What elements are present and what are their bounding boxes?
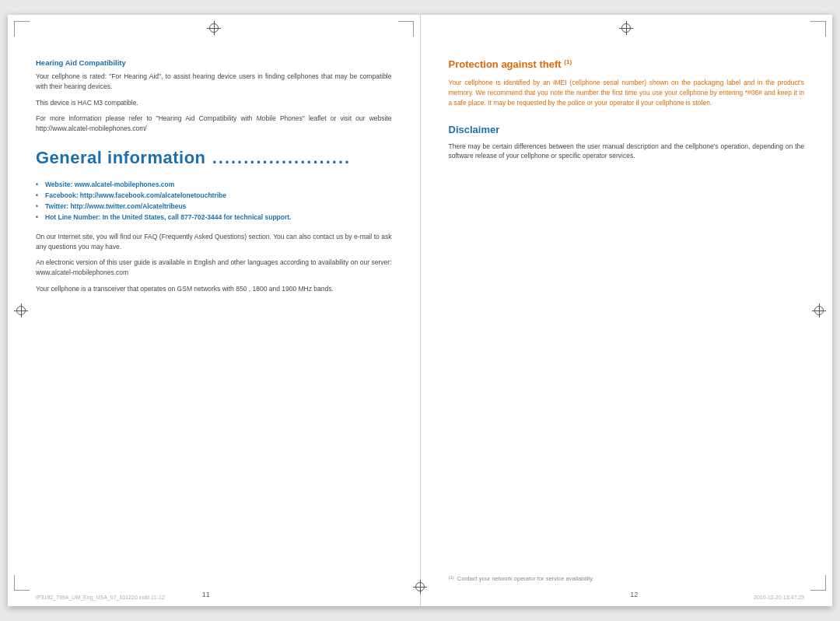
general-info-para3: Your cellphone is a transceiver that ope… (36, 284, 392, 294)
right-page: Protection against theft (1) Your cellph… (421, 15, 833, 606)
bullet-item-3: Twitter: http://www.twitter.com/Alcatelt… (36, 202, 392, 210)
right-page-number: 12 (630, 591, 638, 598)
general-info-para2: An electronic version of this user guide… (36, 258, 392, 278)
protection-title: Protection against theft (1) (449, 58, 805, 70)
left-page-number: 11 (202, 591, 210, 598)
disclaimer-title: Disclaimer (449, 124, 805, 135)
hearing-aid-para3: For more information please refer to "He… (36, 114, 392, 134)
crosshair-bottom-center (413, 580, 427, 597)
bullet-item-4: Hot Line Number: In the United States, c… (36, 213, 392, 221)
crosshair-top-right (619, 21, 633, 35)
bullet-item-2: Facebook: http://www.facebook.com/alcate… (36, 191, 392, 199)
left-page: Hearing Aid Compatibility Your cellphone… (8, 15, 421, 606)
page-spread: Hearing Aid Compatibility Your cellphone… (8, 15, 832, 606)
crosshair-right-right (812, 303, 826, 318)
general-info-title: General information (36, 148, 392, 168)
bullet-item-1: Website: www.alcatel-mobilephones.com (36, 181, 392, 188)
hearing-aid-para1: Your cellphone is rated: "For Hearing Ai… (36, 72, 392, 92)
footnote-area: (1) Contact your network operator for se… (449, 575, 805, 584)
general-info-para1: On our Internet site, you will find our … (36, 232, 392, 252)
left-file-info: IP3192_799A_UM_Eng_USA_07_101220.indd 11… (36, 595, 165, 600)
corner-mark-right-tr (810, 21, 826, 37)
protection-body: Your cellphone is identified by an IMEI … (449, 78, 805, 107)
corner-mark-bl (14, 575, 30, 591)
hearing-aid-para2: This device is HAC M3 compatible. (36, 98, 392, 108)
footnote-superscript: (1) (449, 575, 454, 584)
crosshair-left-left (14, 303, 28, 318)
general-info-bullets: Website: www.alcatel-mobilephones.com Fa… (36, 181, 392, 221)
hearing-aid-heading: Hearing Aid Compatibility (36, 58, 392, 67)
footnote-text-content: Contact your network operator for servic… (457, 575, 594, 584)
right-date-info: 2010-12-20 13:47:23 (754, 595, 804, 600)
footnote: (1) Contact your network operator for se… (449, 575, 805, 584)
disclaimer-body: There may be certain differences between… (449, 142, 805, 162)
corner-mark-right-br (810, 575, 826, 591)
corner-mark-tr (398, 21, 414, 37)
crosshair-top-left (207, 21, 221, 35)
corner-mark-tl (14, 21, 30, 37)
